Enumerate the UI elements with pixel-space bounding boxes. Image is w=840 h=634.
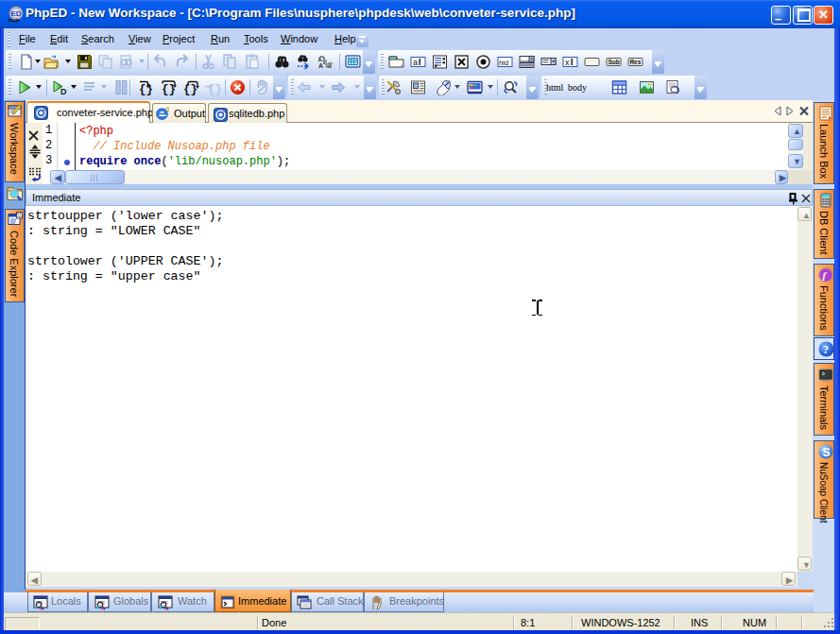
svg-text:Sub: Sub [608, 59, 619, 65]
svg-text:{}: {} [162, 83, 176, 95]
svg-text:Res: Res [629, 59, 641, 65]
svg-text:D: D [60, 87, 67, 95]
svg-text:B: B [327, 62, 332, 69]
svg-text:{}: {} [208, 83, 222, 95]
svg-text:{}: {} [183, 83, 197, 95]
svg-text:PHP: PHP [9, 18, 20, 24]
svg-text:?: ? [823, 343, 829, 356]
svg-text:A: A [318, 62, 323, 69]
svg-text:{}: {} [139, 83, 153, 95]
svg-text:x: x [565, 58, 570, 67]
svg-text:hid: hid [499, 59, 508, 67]
svg-text:S: S [823, 446, 831, 459]
svg-text:a: a [413, 58, 418, 67]
